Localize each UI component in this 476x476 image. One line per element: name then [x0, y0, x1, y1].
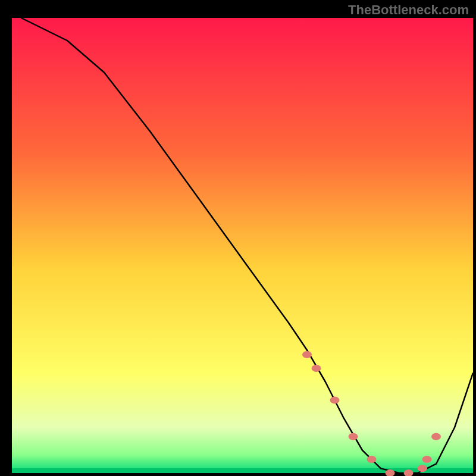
marker-point	[312, 365, 321, 372]
chart-canvas	[0, 0, 476, 476]
bottleneck-chart: TheBottleneck.com	[0, 0, 476, 476]
marker-point	[422, 456, 432, 463]
marker-point	[418, 465, 427, 472]
gradient-background	[12, 18, 473, 473]
marker-point	[330, 397, 340, 404]
marker-point	[431, 433, 441, 440]
marker-point	[367, 456, 377, 463]
marker-point	[349, 433, 358, 440]
watermark-text: TheBottleneck.com	[348, 2, 469, 18]
marker-point	[302, 351, 312, 358]
